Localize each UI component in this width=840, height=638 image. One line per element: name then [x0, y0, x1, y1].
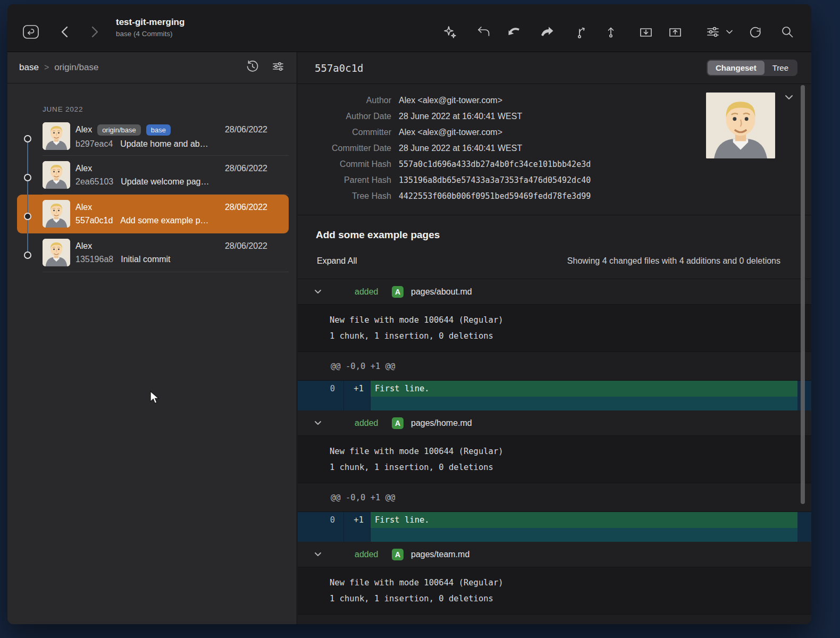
commit-sidebar: base > origin/base JUNE 2022 Alex origin…	[7, 52, 297, 624]
commit-detail-panel: 557a0c1d Changeset Tree AuthorAlex <alex…	[298, 52, 811, 624]
commit-date: 28/06/2022	[225, 125, 267, 135]
commit-row-selected[interactable]: Alex 28/06/2022 557a0c1d Add some exampl…	[17, 195, 289, 233]
window-subtitle: base (4 Commits)	[116, 30, 184, 38]
collapse-chevron-icon[interactable]	[314, 421, 323, 425]
breadcrumb-separator: >	[44, 63, 49, 72]
changed-files-summary: Showing 4 changed files with 4 additions…	[567, 256, 780, 266]
commit-meta-block: AuthorAlex <alex@git-tower.com> Author D…	[298, 84, 811, 215]
avatar	[43, 122, 70, 150]
branch-badge[interactable]: base	[146, 124, 171, 136]
file-status-badge: A	[392, 549, 404, 560]
meta-label: Parent Hash	[298, 175, 391, 185]
commit-row[interactable]: Alex 28/06/2022 135196a8 Initial commit	[17, 233, 289, 272]
commit-date: 28/06/2022	[225, 241, 267, 251]
meta-value-hash: 557a0c1d696a433db27a4b0fc34ce101bbb42e3d	[399, 160, 591, 169]
detail-scroll-area: AuthorAlex <alex@git-tower.com> Author D…	[298, 84, 811, 624]
meta-label: Author	[298, 96, 391, 105]
forward-chevron-icon[interactable]	[86, 23, 103, 40]
new-line-number: +1	[344, 512, 371, 528]
file-diff-section: added A pages/about.md New file with mod…	[298, 279, 811, 410]
commit-author: Alex	[75, 125, 92, 135]
hunk-header: @@ -0,0 +1 @@	[298, 352, 811, 381]
stash-apply-icon[interactable]	[667, 23, 684, 40]
meta-label: Author Date	[298, 112, 391, 121]
file-mode-line: New file with mode 100644 (Regular)	[330, 575, 811, 591]
branch-icon[interactable]	[574, 23, 591, 40]
vertical-scrollbar[interactable]	[801, 85, 805, 504]
undo-arrow-icon[interactable]	[475, 23, 492, 40]
history-icon[interactable]	[246, 60, 259, 76]
old-line-number: 0	[298, 381, 344, 397]
meta-value-hash: 4422553f060b006f0951bed59469fedd78fe3d99	[399, 191, 591, 201]
diff-added-line: 0 +1 First line.	[298, 512, 811, 528]
back-chevron-icon[interactable]	[56, 23, 73, 40]
diff-added-line: 0 +1 First line.	[298, 381, 811, 397]
old-line-number: 0	[298, 512, 344, 528]
file-mode-line: New file with mode 100644 (Regular)	[330, 312, 811, 328]
meta-label: Committer Date	[298, 144, 391, 153]
file-meta-info: New file with mode 100644 (Regular) 1 ch…	[298, 436, 811, 483]
hunk-header: @@ -0,0 +1 @@	[298, 483, 811, 512]
meta-label: Commit Hash	[298, 160, 391, 169]
file-diff-header[interactable]: added A pages/about.md	[298, 279, 811, 305]
file-path: pages/home.md	[411, 418, 472, 428]
commit-date: 28/06/2022	[225, 203, 267, 212]
tab-tree[interactable]: Tree	[765, 61, 796, 75]
diff-line-content: First line.	[371, 381, 797, 397]
chevron-down-icon[interactable]	[721, 23, 738, 40]
file-chunks-line: 1 chunk, 1 insertion, 0 deletions	[330, 591, 811, 607]
tab-changeset[interactable]: Changeset	[708, 61, 765, 75]
file-diff-header[interactable]: added A pages/team.md	[298, 542, 811, 567]
meta-value: Alex <alex@git-tower.com>	[399, 96, 502, 105]
meta-value-hash: 135196a8db65e57433a3a7353fa476d05492dc40	[399, 175, 591, 185]
file-status-badge: A	[392, 286, 404, 298]
collapse-chevron-icon[interactable]	[314, 552, 323, 557]
repo-icon[interactable]	[22, 23, 39, 40]
meta-value: 28 June 2022 at 16:40:41 WEST	[399, 144, 522, 153]
file-meta-info: New file with mode 100644 (Regular) 1 ch…	[298, 305, 811, 352]
diff-line-content: First line.	[371, 512, 797, 528]
breadcrumb-branch[interactable]: base	[19, 62, 39, 73]
expand-all-button[interactable]: Expand All	[317, 256, 357, 266]
merge-arrow-icon[interactable]	[539, 23, 556, 40]
search-icon[interactable]	[779, 23, 796, 40]
app-window: test-git-merging base (4 Commits)	[7, 4, 811, 624]
view-mode-segmented-control: Changeset Tree	[707, 60, 797, 76]
detail-commit-id: 557a0c1d	[315, 62, 364, 74]
discard-arrow-icon[interactable]	[506, 23, 523, 40]
file-meta-info: New file with mode 100644 (Regular) 1 ch…	[298, 567, 811, 615]
detail-header: 557a0c1d Changeset Tree	[298, 52, 811, 84]
commit-message-title: Add some example pages	[316, 229, 440, 241]
commit-graph-line	[27, 139, 28, 255]
collapse-chevron-icon[interactable]	[314, 289, 323, 294]
avatar-chevron-down-icon[interactable]	[785, 93, 793, 102]
file-path: pages/about.md	[411, 287, 472, 297]
file-chunks-line: 1 chunk, 1 insertion, 0 deletions	[330, 459, 811, 475]
file-diff-header[interactable]: added A pages/home.md	[298, 410, 811, 436]
mouse-cursor	[149, 391, 161, 407]
refresh-icon[interactable]	[747, 23, 764, 40]
cherry-pick-icon[interactable]	[602, 23, 619, 40]
file-status: added	[355, 418, 383, 428]
breadcrumb-remote-branch[interactable]: origin/base	[54, 62, 98, 73]
window-title: test-git-merging	[116, 17, 184, 28]
branch-badge[interactable]: origin/base	[97, 124, 141, 136]
sparkles-icon[interactable]	[441, 23, 458, 40]
commit-row[interactable]: Alex 28/06/2022 2ea65103 Update welcome …	[17, 156, 289, 195]
stash-save-icon[interactable]	[637, 23, 654, 40]
commit-message: Update home and ab…	[120, 139, 208, 149]
commit-message: Initial commit	[121, 255, 170, 264]
avatar	[43, 200, 70, 228]
file-diff-section: added A pages/team.md New file with mode…	[298, 542, 811, 624]
filter-settings-icon[interactable]	[271, 60, 285, 76]
diff-empty-line	[298, 397, 811, 410]
date-section-label: JUNE 2022	[43, 105, 83, 113]
file-path: pages/team.md	[411, 550, 469, 559]
commit-row[interactable]: Alex origin/base base 28/06/2022 b297eac…	[17, 117, 289, 156]
commit-author: Alex	[75, 241, 92, 251]
diff-empty-line	[298, 528, 811, 542]
sliders-icon[interactable]	[704, 23, 721, 40]
meta-label: Committer	[298, 128, 391, 137]
commit-graph-node	[24, 251, 31, 259]
commit-hash: 135196a8	[75, 255, 113, 264]
